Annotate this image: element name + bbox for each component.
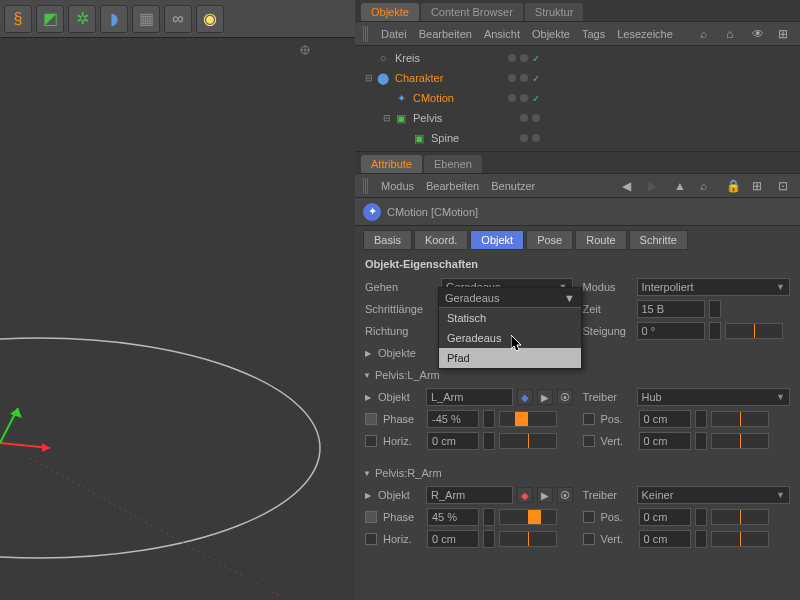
vert-slider[interactable] [711,531,769,547]
tab-content-browser[interactable]: Content Browser [421,3,523,21]
vert-l-arm-field[interactable]: 0 cm [639,432,691,450]
phase-checkbox[interactable] [365,413,377,425]
menu-objekte[interactable]: Objekte [532,28,570,40]
nav-fwd-icon[interactable]: ▶ [648,179,662,193]
objekt-r-arm-field[interactable]: R_Arm [426,486,513,504]
picker-icon[interactable]: ⦿ [557,487,573,503]
horiz-checkbox[interactable] [365,533,377,545]
bevel-icon[interactable]: ◗ [100,5,128,33]
window-icon[interactable]: ⊡ [778,179,792,193]
dropdown-item-geradeaus[interactable]: Geradeaus [439,328,581,348]
tab-struktur[interactable]: Struktur [525,3,584,21]
lock-icon[interactable]: 🔒 [726,179,740,193]
gehen-dropdown-menu[interactable]: Geradeaus▼ Statisch Geradeaus Pfad [438,287,582,369]
new-tab-icon[interactable]: ⊞ [752,179,766,193]
modus-dropdown[interactable]: Interpoliert▼ [637,278,791,296]
snake-icon[interactable]: § [4,5,32,33]
menu-lesezeichen[interactable]: Lesezeiche [617,28,673,40]
tab-schritte[interactable]: Schritte [629,230,688,250]
search-icon[interactable]: ⌕ [700,179,714,193]
tab-pose[interactable]: Pose [526,230,573,250]
object-hierarchy[interactable]: ○ Kreis ✓ ⊟ ⬤ Charakter ✓ ✦ CMotion ✓ ⊟ … [355,46,800,152]
horiz-spinner[interactable] [483,432,495,450]
group-header-r-arm[interactable]: ▼Pelvis:R_Arm [355,464,800,482]
vert-slider[interactable] [711,433,769,449]
horiz-checkbox[interactable] [365,435,377,447]
pos-checkbox[interactable] [583,511,595,523]
menu-bearbeiten[interactable]: Bearbeiten [426,180,479,192]
pos-spinner[interactable] [695,508,707,526]
nav-up-icon[interactable]: ▲ [674,179,688,193]
drag-handle-icon[interactable] [363,26,369,42]
drag-handle-icon[interactable] [363,178,369,194]
pos-slider[interactable] [711,411,769,427]
tab-route[interactable]: Route [575,230,626,250]
camera-icon[interactable]: ∞ [164,5,192,33]
tab-ebenen[interactable]: Ebenen [424,155,482,173]
steigung-spinner[interactable] [709,322,721,340]
eye-icon[interactable]: 👁 [752,27,766,41]
link-icon[interactable]: ◆ [517,487,533,503]
menu-datei[interactable]: Datei [381,28,407,40]
dropdown-item-statisch[interactable]: Statisch [439,308,581,328]
window-icon[interactable]: ⊞ [778,27,792,41]
tree-label[interactable]: CMotion [413,92,454,104]
steigung-slider[interactable] [725,323,783,339]
tree-label[interactable]: Kreis [395,52,420,64]
tab-objekt[interactable]: Objekt [470,230,524,250]
menu-tags[interactable]: Tags [582,28,605,40]
treiber-l-arm-dropdown[interactable]: Hub▼ [637,388,791,406]
home-icon[interactable]: ⌂ [726,27,740,41]
phase-spinner[interactable] [483,410,495,428]
search-icon[interactable]: ⌕ [700,27,714,41]
horiz-l-arm-field[interactable]: 0 cm [427,432,479,450]
viewport-3d[interactable] [0,38,355,600]
tab-koord[interactable]: Koord. [414,230,468,250]
vert-spinner[interactable] [695,530,707,548]
vert-r-arm-field[interactable]: 0 cm [639,530,691,548]
collapse-icon[interactable]: ⊟ [381,113,393,123]
objekt-l-arm-field[interactable]: L_Arm [426,388,513,406]
tree-row-kreis[interactable]: ○ Kreis ✓ [355,48,800,68]
menu-bearbeiten[interactable]: Bearbeiten [419,28,472,40]
menu-benutzer[interactable]: Benutzer [491,180,535,192]
phase-checkbox[interactable] [365,511,377,523]
target-icon[interactable]: ▶ [537,487,553,503]
nav-back-icon[interactable]: ◀ [622,179,636,193]
target-icon[interactable]: ▶ [537,389,553,405]
menu-ansicht[interactable]: Ansicht [484,28,520,40]
vert-checkbox[interactable] [583,533,595,545]
phase-r-arm-field[interactable]: 45 % [427,508,479,526]
tree-row-cmotion[interactable]: ✦ CMotion ✓ [355,88,800,108]
phase-l-arm-field[interactable]: -45 % [427,410,479,428]
zeit-field[interactable]: 15 B [637,300,705,318]
floor-icon[interactable]: ▦ [132,5,160,33]
tree-row-pelvis[interactable]: ⊟ ▣ Pelvis [355,108,800,128]
tree-row-charakter[interactable]: ⊟ ⬤ Charakter ✓ [355,68,800,88]
dropdown-item-pfad[interactable]: Pfad [439,348,581,368]
link-icon[interactable]: ◆ [517,389,533,405]
steigung-field[interactable]: 0 ° [637,322,705,340]
pos-r-arm-field[interactable]: 0 cm [639,508,691,526]
phase-spinner[interactable] [483,508,495,526]
gear-icon[interactable]: ✲ [68,5,96,33]
menu-modus[interactable]: Modus [381,180,414,192]
pos-slider[interactable] [711,509,769,525]
pos-checkbox[interactable] [583,413,595,425]
horiz-spinner[interactable] [483,530,495,548]
pos-spinner[interactable] [695,410,707,428]
tab-objekte[interactable]: Objekte [361,3,419,21]
light-icon[interactable]: ◉ [196,5,224,33]
phase-slider[interactable] [499,411,557,427]
tab-attribute[interactable]: Attribute [361,155,422,173]
phase-slider[interactable] [499,509,557,525]
horiz-r-arm-field[interactable]: 0 cm [427,530,479,548]
dropdown-current[interactable]: Geradeaus▼ [439,288,581,308]
tree-label[interactable]: Charakter [395,72,443,84]
zeit-spinner[interactable] [709,300,721,318]
tree-label[interactable]: Pelvis [413,112,442,124]
tree-label[interactable]: Spine [431,132,459,144]
tab-basis[interactable]: Basis [363,230,412,250]
treiber-r-arm-dropdown[interactable]: Keiner▼ [637,486,791,504]
vert-spinner[interactable] [695,432,707,450]
